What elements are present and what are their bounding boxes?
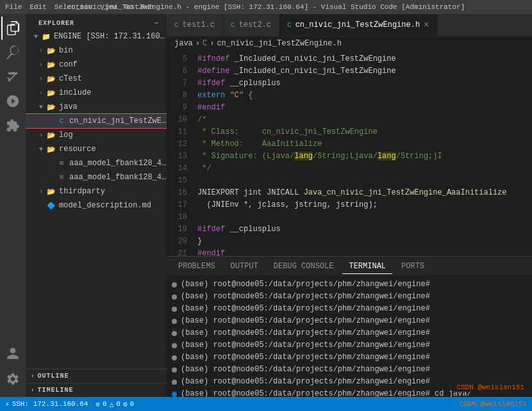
code-editor: 5 6 7 8 9 10 11 12 13 14 15 16 17 18 19 … (167, 51, 532, 256)
c-icon: C (287, 21, 292, 29)
tab-label: cn_nivic_jni_TestZwEngine.h (295, 20, 420, 29)
md-file-icon: 🔷 (46, 200, 56, 211)
code-line: /* (192, 114, 532, 126)
aaa-file-icon: ≡ (56, 172, 67, 182)
panel-tab-terminal[interactable]: TERMINAL (342, 259, 392, 274)
code-content[interactable]: #ifndef _Included_cn_nivic_jni_TestZwEng… (192, 51, 532, 256)
tree-item-aaa1[interactable]: › ≡ aaa_model_fbank128_48k_ae_dianji... (26, 156, 167, 170)
arrow-resource: ▼ (36, 144, 46, 154)
code-line (192, 211, 532, 223)
root-label: ENGINE [SSH: 172.31.160.64] (54, 32, 167, 41)
tab-test2[interactable]: C test2.c (223, 14, 279, 36)
folder-icon: 📂 (46, 60, 56, 70)
tree-item-ctest[interactable]: › 📂 cTest (26, 72, 167, 86)
error-status[interactable]: ⊘ 0 △ 0 ⚙ 0 (96, 400, 134, 408)
activity-search[interactable] (1, 41, 24, 64)
tree-item-log[interactable]: › 📂 log (26, 128, 167, 142)
config-icon: ⚙ (123, 400, 128, 408)
menu-file[interactable]: File (5, 3, 22, 11)
activity-account[interactable] (1, 342, 24, 365)
menu-edit[interactable]: Edit (29, 3, 46, 11)
tab-main[interactable]: C cn_nivic_jni_TestZwEngine.h × (279, 14, 437, 36)
explorer-actions[interactable]: ⋯ (154, 19, 159, 27)
terminal-line: (base) root@node05:/data/projects/phm/zh… (167, 327, 532, 339)
breadcrumb: java › C › cn_nivic_jni_TestZwEngine.h (167, 36, 532, 51)
folder-icon: 📂 (46, 88, 56, 98)
main-layout: EXPLORER ⋯ ▼ 📁 ENGINE [SSH: 172.31.160.6… (0, 14, 532, 397)
activity-extensions[interactable] (1, 114, 24, 137)
folder-icon: 📂 (46, 186, 56, 197)
folder-open-icon: 📂 (46, 144, 56, 154)
line-numbers: 5 6 7 8 9 10 11 12 13 14 15 16 17 18 19 … (167, 51, 192, 256)
tree-item-conf[interactable]: › 📂 conf (26, 58, 167, 72)
terminal-dot (172, 319, 177, 324)
timeline-section[interactable]: › TIMELINE (26, 383, 167, 397)
panel-tab-debug[interactable]: DEBUG CONSOLE (267, 259, 340, 274)
terminal-dot (172, 331, 177, 336)
folder-icon: 📂 (46, 130, 56, 140)
watermark: CSDN @weisian151 (454, 383, 527, 392)
code-line: #ifdef __cplusplus (192, 223, 532, 236)
code-line: * Class: cn_nivic_jni_TestZwEngine (192, 126, 532, 138)
activity-explorer[interactable] (1, 17, 24, 40)
terminal-line: (base) root@node05:/data/projects/phm/zh… (167, 278, 532, 291)
tree-item-java[interactable]: ▼ 📂 java (26, 100, 167, 114)
code-line: */ (192, 163, 532, 175)
activity-bar-bottom (1, 342, 24, 397)
error-count: 0 (103, 400, 107, 408)
warning-icon: △ (110, 400, 114, 408)
explorer-header: EXPLORER ⋯ (26, 14, 167, 29)
folder-icon: 📂 (46, 74, 56, 84)
tree-item-main-file[interactable]: › C cn_nivic_jni_TestZwEngine.h (26, 114, 167, 128)
watermark-status: CSDN @weisian151 (459, 400, 527, 408)
ssh-status[interactable]: ⚡ SSH: 172.31.160.64 (5, 400, 88, 408)
code-line (192, 175, 532, 187)
close-tab-button[interactable]: × (424, 20, 429, 30)
arrow-thirdparty: › (36, 186, 46, 197)
terminal-line: (base) root@node05:/data/projects/phm/zh… (167, 364, 532, 376)
panel-tab-ports[interactable]: PORTS (395, 259, 431, 274)
svg-point-0 (8, 79, 11, 82)
tree-root[interactable]: ▼ 📁 ENGINE [SSH: 172.31.160.64] (26, 29, 167, 44)
panel-area: PROBLEMS OUTPUT DEBUG CONSOLE TERMINAL P… (167, 256, 532, 397)
tab-test1[interactable]: C test1.c (167, 14, 223, 36)
panel-tab-output[interactable]: OUTPUT (224, 259, 265, 274)
tree-item-resource[interactable]: ▼ 📂 resource (26, 142, 167, 156)
code-line: extern "C" { (192, 90, 532, 102)
terminal-content[interactable]: (base) root@node05:/data/projects/phm/zh… (167, 276, 532, 397)
editor-area: C test1.c C test2.c C cn_nivic_jni_TestZ… (167, 14, 532, 397)
code-line: #ifndef _Included_cn_nivic_jni_TestZwEng… (192, 53, 532, 65)
terminal-dot (172, 307, 177, 312)
tabs-bar: C test1.c C test2.c C cn_nivic_jni_TestZ… (167, 14, 532, 36)
outline-section[interactable]: › OUTLINE (26, 369, 167, 383)
code-line: #ifdef __cplusplus (192, 77, 532, 90)
activity-debug[interactable] (1, 90, 24, 113)
title-bar: File Edit Selection View Go Run cn_nivic… (0, 0, 532, 14)
terminal-line: (base) root@node05:/data/projects/phm/zh… (167, 351, 532, 364)
tree-item-bin[interactable]: › 📂 bin (26, 44, 167, 58)
terminal-dot (172, 367, 177, 373)
folder-open-icon: 📂 (46, 102, 56, 112)
tree-item-aaa2[interactable]: › ≡ aaa_model_fbank128_48k_ae_jians... (26, 170, 167, 184)
c-file-icon: C (56, 116, 67, 126)
terminal-line: (base) root@node05:/data/projects/phm/zh… (167, 303, 532, 315)
arrow-conf: › (36, 60, 46, 70)
activity-settings[interactable] (1, 367, 24, 391)
tree-item-model-desc[interactable]: › 🔷 model_description.md (26, 198, 167, 213)
tree-item-thirdparty[interactable]: › 📂 thirdparty (26, 184, 167, 198)
terminal-dot (172, 355, 177, 360)
activity-bar (0, 14, 26, 397)
error-icon: ⊘ (96, 400, 100, 408)
code-line: } (192, 236, 532, 248)
code-line: #endif (192, 102, 532, 114)
tab-label: test1.c (183, 20, 215, 29)
tree-item-include[interactable]: › 📂 include (26, 86, 167, 100)
terminal-dot-blue (172, 392, 177, 397)
activity-source-control[interactable] (1, 65, 24, 88)
folder-icon: 📁 (41, 31, 51, 42)
folder-icon: 📂 (46, 45, 56, 56)
panel-tab-problems[interactable]: PROBLEMS (172, 259, 222, 274)
ssh-icon: ⚡ (5, 400, 10, 408)
terminal-dot (172, 294, 177, 300)
code-line: (JNIEnv *, jclass, jstring, jstring); (192, 199, 532, 211)
